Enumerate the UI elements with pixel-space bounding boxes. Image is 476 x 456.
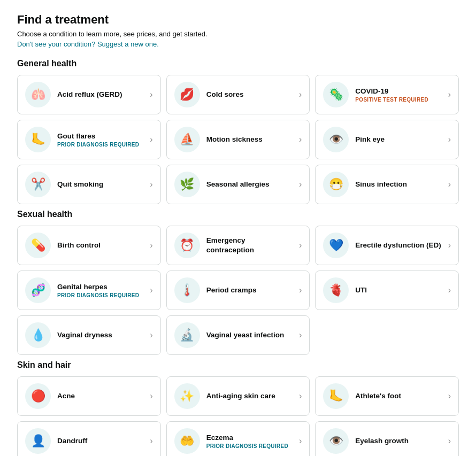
- sinus-infection-icon: 😷: [323, 172, 349, 197]
- uti-label: UTI: [355, 285, 441, 295]
- eyelash-growth-label: Eyelash growth: [355, 436, 441, 446]
- acid-reflux-text: Acid reflux (GERD): [57, 90, 143, 99]
- athletes-foot-arrow: ›: [448, 391, 451, 401]
- covid-19-badge: POSITIVE TEST REQUIRED: [355, 97, 441, 103]
- motion-sickness-label: Motion sickness: [206, 135, 293, 144]
- card-anti-aging[interactable]: ✨Anti-aging skin care›: [166, 376, 310, 416]
- erectile-dysfunction-label: Erectile dysfunction (ED): [355, 241, 441, 250]
- vaginal-dryness-icon: 💧: [25, 322, 51, 348]
- covid-19-icon: 🦠: [323, 82, 349, 107]
- card-quit-smoking[interactable]: ✂️Quit smoking›: [17, 165, 161, 204]
- grid-row-skin-hair-1: 👤Dandruff›🤲EczemaPRIOR DIAGNOSIS REQUIRE…: [17, 421, 459, 456]
- emergency-contraception-text: Emergency contraception: [206, 236, 293, 254]
- birth-control-icon: 💊: [25, 233, 51, 258]
- sinus-infection-label: Sinus infection: [355, 180, 441, 189]
- uti-arrow: ›: [448, 285, 451, 295]
- card-sinus-infection[interactable]: 😷Sinus infection›: [315, 165, 459, 204]
- dandruff-arrow: ›: [150, 436, 152, 446]
- section-title-sexual-health: Sexual health: [17, 210, 459, 219]
- card-birth-control[interactable]: 💊Birth control›: [17, 226, 161, 265]
- card-motion-sickness[interactable]: ⛵Motion sickness›: [166, 120, 310, 159]
- grid-row-general-health-2: ✂️Quit smoking›🌿Seasonal allergies›😷Sinu…: [17, 165, 459, 204]
- card-eczema[interactable]: 🤲EczemaPRIOR DIAGNOSIS REQUIRED›: [166, 421, 310, 456]
- empty-cell: [315, 315, 459, 355]
- vaginal-yeast-infection-arrow: ›: [299, 330, 302, 340]
- card-acid-reflux[interactable]: 🫁Acid reflux (GERD)›: [17, 75, 161, 114]
- card-cold-sores[interactable]: 💋Cold sores›: [166, 75, 310, 114]
- uti-text: UTI: [355, 285, 441, 295]
- birth-control-label: Birth control: [57, 241, 143, 250]
- athletes-foot-icon: 🦶: [323, 383, 349, 409]
- acne-label: Acne: [57, 391, 143, 401]
- acid-reflux-icon: 🫁: [25, 82, 51, 107]
- gout-flares-icon: 🦶: [25, 127, 51, 152]
- card-seasonal-allergies[interactable]: 🌿Seasonal allergies›: [166, 165, 310, 204]
- covid-19-arrow: ›: [448, 90, 451, 99]
- card-acne[interactable]: 🔴Acne›: [17, 376, 161, 416]
- acne-icon: 🔴: [25, 383, 51, 409]
- anti-aging-icon: ✨: [174, 383, 200, 409]
- genital-herpes-label: Genital herpes: [57, 282, 143, 292]
- page-subtitle: Choose a condition to learn more, see pr…: [17, 30, 459, 38]
- card-uti[interactable]: 🫀UTI›: [315, 270, 459, 310]
- card-pink-eye[interactable]: 👁️Pink eye›: [315, 120, 459, 159]
- card-covid-19[interactable]: 🦠COVID-19POSITIVE TEST REQUIRED›: [315, 75, 459, 114]
- card-gout-flares[interactable]: 🦶Gout flaresPRIOR DIAGNOSIS REQUIRED›: [17, 120, 161, 159]
- card-emergency-contraception[interactable]: ⏰Emergency contraception›: [166, 226, 310, 265]
- card-genital-herpes[interactable]: 🧬Genital herpesPRIOR DIAGNOSIS REQUIRED›: [17, 270, 161, 310]
- vaginal-yeast-infection-text: Vaginal yeast infection: [206, 330, 293, 340]
- gout-flares-arrow: ›: [150, 135, 152, 144]
- period-cramps-icon: 🌡️: [174, 277, 200, 303]
- suggest-link[interactable]: Don't see your condition? Suggest a new …: [17, 40, 459, 48]
- emergency-contraception-label: Emergency contraception: [206, 236, 293, 254]
- motion-sickness-icon: ⛵: [174, 127, 200, 152]
- erectile-dysfunction-text: Erectile dysfunction (ED): [355, 241, 441, 250]
- sinus-infection-arrow: ›: [448, 180, 451, 189]
- grid-row-general-health-1: 🦶Gout flaresPRIOR DIAGNOSIS REQUIRED›⛵Mo…: [17, 120, 459, 159]
- genital-herpes-text: Genital herpesPRIOR DIAGNOSIS REQUIRED: [57, 282, 143, 299]
- dandruff-text: Dandruff: [57, 436, 143, 446]
- eczema-badge: PRIOR DIAGNOSIS REQUIRED: [206, 443, 293, 449]
- card-vaginal-yeast-infection[interactable]: 🔬Vaginal yeast infection›: [166, 315, 310, 355]
- eyelash-growth-icon: 👁️: [323, 428, 349, 454]
- eczema-arrow: ›: [299, 436, 302, 446]
- pink-eye-icon: 👁️: [323, 127, 349, 152]
- anti-aging-arrow: ›: [299, 391, 302, 401]
- birth-control-text: Birth control: [57, 241, 143, 250]
- page-title: Find a treatment: [17, 13, 459, 27]
- grid-row-sexual-health-0: 💊Birth control›⏰Emergency contraception›…: [17, 226, 459, 265]
- pink-eye-label: Pink eye: [355, 135, 441, 144]
- vaginal-yeast-infection-icon: 🔬: [174, 322, 200, 348]
- section-skin-hair: Skin and hair🔴Acne›✨Anti-aging skin care…: [17, 360, 459, 456]
- athletes-foot-text: Athlete's foot: [355, 391, 441, 401]
- card-eyelash-growth[interactable]: 👁️Eyelash growth›: [315, 421, 459, 456]
- eczema-label: Eczema: [206, 433, 293, 443]
- cold-sores-text: Cold sores: [206, 90, 293, 99]
- uti-icon: 🫀: [323, 277, 349, 303]
- card-period-cramps[interactable]: 🌡️Period cramps›: [166, 270, 310, 310]
- sinus-infection-text: Sinus infection: [355, 180, 441, 189]
- anti-aging-label: Anti-aging skin care: [206, 391, 293, 401]
- section-sexual-health: Sexual health💊Birth control›⏰Emergency c…: [17, 210, 459, 355]
- genital-herpes-badge: PRIOR DIAGNOSIS REQUIRED: [57, 292, 143, 298]
- card-dandruff[interactable]: 👤Dandruff›: [17, 421, 161, 456]
- quit-smoking-text: Quit smoking: [57, 180, 143, 189]
- card-athletes-foot[interactable]: 🦶Athlete's foot›: [315, 376, 459, 416]
- covid-19-text: COVID-19POSITIVE TEST REQUIRED: [355, 87, 441, 103]
- genital-herpes-icon: 🧬: [25, 277, 51, 303]
- dandruff-label: Dandruff: [57, 436, 143, 446]
- gout-flares-label: Gout flares: [57, 132, 143, 141]
- motion-sickness-text: Motion sickness: [206, 135, 293, 144]
- card-erectile-dysfunction[interactable]: 💙Erectile dysfunction (ED)›: [315, 226, 459, 265]
- quit-smoking-icon: ✂️: [25, 172, 51, 197]
- section-title-skin-hair: Skin and hair: [17, 360, 459, 370]
- eyelash-growth-arrow: ›: [448, 436, 451, 446]
- section-title-general-health: General health: [17, 59, 459, 68]
- acid-reflux-arrow: ›: [150, 90, 152, 99]
- quit-smoking-label: Quit smoking: [57, 180, 143, 189]
- period-cramps-label: Period cramps: [206, 285, 293, 295]
- card-vaginal-dryness[interactable]: 💧Vaginal dryness›: [17, 315, 161, 355]
- period-cramps-text: Period cramps: [206, 285, 293, 295]
- acid-reflux-label: Acid reflux (GERD): [57, 90, 143, 99]
- erectile-dysfunction-icon: 💙: [323, 233, 349, 258]
